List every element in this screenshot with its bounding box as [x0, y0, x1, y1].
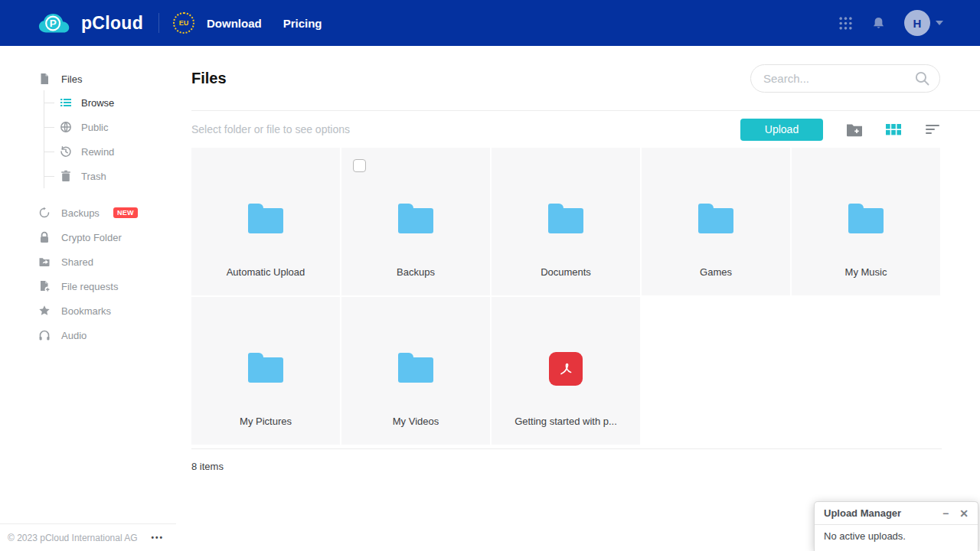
sidebar-item-audio[interactable]: Audio: [0, 323, 176, 347]
sidebar-item-bookmarks[interactable]: Bookmarks: [0, 298, 176, 323]
pdf-file-icon: [549, 352, 583, 386]
sidebar-label: Bookmarks: [61, 305, 111, 317]
sidebar-item-files[interactable]: Files: [0, 67, 176, 90]
top-navbar: P pCloud EU Download Pricing H: [0, 0, 980, 46]
new-folder-icon[interactable]: [846, 122, 863, 137]
folder-icon: [698, 208, 733, 233]
globe-icon: [60, 121, 72, 133]
backup-arrow-icon: [38, 207, 51, 219]
sidebar-label: Backups: [61, 207, 100, 219]
sidebar-item-shared[interactable]: Shared: [0, 249, 176, 274]
folder-icon: [248, 357, 283, 383]
file-item[interactable]: Backups: [341, 148, 490, 295]
svg-text:P: P: [50, 18, 57, 29]
folder-icon: [548, 208, 583, 233]
sidebar-label: Trash: [81, 171, 106, 182]
search-input[interactable]: [750, 64, 940, 93]
toolbar: Select folder or file to see options Upl…: [191, 111, 980, 148]
file-item[interactable]: My Videos: [341, 297, 490, 445]
file-label: Documents: [492, 266, 640, 278]
user-avatar[interactable]: H: [904, 10, 930, 36]
lock-icon: [38, 231, 51, 243]
close-icon[interactable]: ✕: [959, 508, 969, 519]
folder-icon: [248, 208, 283, 233]
minimize-icon[interactable]: −: [942, 508, 949, 519]
search-box: [750, 64, 940, 93]
nav-link-download[interactable]: Download: [207, 17, 262, 30]
sidebar-item-trash[interactable]: Trash: [44, 164, 176, 188]
sidebar-label: Browse: [81, 97, 114, 109]
file-label: My Pictures: [191, 416, 340, 427]
file-label: Backups: [341, 266, 490, 278]
file-item[interactable]: Games: [642, 148, 790, 295]
sidebar-label: File requests: [61, 281, 118, 292]
file-label: Games: [642, 266, 790, 278]
grid-view-icon[interactable]: [886, 124, 902, 135]
trash-icon: [60, 170, 72, 182]
sidebar-label: Shared: [61, 256, 93, 268]
folder-icon: [398, 208, 433, 233]
main-header: Files: [191, 46, 980, 110]
sidebar-item-crypto-folder[interactable]: Crypto Folder: [0, 225, 176, 249]
headphones-icon: [38, 329, 51, 341]
sidebar-label: Audio: [61, 330, 87, 341]
file-item[interactable]: My Music: [792, 148, 940, 295]
file-label: My Videos: [341, 416, 490, 427]
rewind-clock-icon: [60, 145, 72, 158]
file-request-icon: [38, 280, 51, 292]
star-icon: [38, 305, 51, 317]
main-content: Files Select folder or file to see optio…: [176, 46, 980, 551]
sidebar-label: Public: [81, 122, 108, 133]
new-badge: NEW: [113, 207, 138, 218]
folder-icon: [398, 357, 433, 383]
upload-manager-status: No active uploads.: [815, 525, 978, 551]
sort-icon[interactable]: [925, 124, 940, 135]
items-count: 8 items: [191, 461, 980, 472]
pcloud-logo[interactable]: P pCloud: [37, 11, 143, 35]
files-subtree: Browse Public Rewind: [44, 90, 176, 188]
notifications-bell-icon[interactable]: [871, 16, 886, 31]
account-menu[interactable]: H: [904, 10, 943, 36]
file-item[interactable]: My Pictures: [191, 297, 340, 445]
brand-name: pCloud: [81, 13, 143, 34]
navbar-divider: [158, 13, 159, 33]
file-checkbox[interactable]: [353, 159, 366, 172]
file-item[interactable]: Getting started with p...: [492, 297, 640, 445]
file-item[interactable]: Automatic Upload: [191, 148, 340, 295]
document-icon: [38, 73, 51, 85]
footer-more-button[interactable]: •••: [146, 530, 168, 545]
sidebar-label: Crypto Folder: [61, 232, 122, 243]
file-label: My Music: [792, 266, 940, 278]
folder-icon: [848, 208, 884, 233]
search-icon[interactable]: [914, 70, 930, 86]
page-title: Files: [191, 70, 227, 87]
sidebar-footer: © 2023 pCloud International AG •••: [0, 523, 176, 551]
pcloud-cloud-icon: P: [37, 11, 74, 35]
selection-hint: Select folder or file to see options: [191, 123, 350, 135]
upload-manager-panel: Upload Manager − ✕ No active uploads.: [814, 501, 978, 551]
sidebar-item-backups[interactable]: Backups NEW: [0, 201, 176, 225]
copyright-text: © 2023 pCloud International AG: [8, 533, 138, 543]
file-label: Automatic Upload: [191, 266, 340, 278]
sidebar-item-file-requests[interactable]: File requests: [0, 274, 176, 298]
file-grid: Automatic Upload Backups Documents Games…: [191, 148, 942, 449]
eu-region-badge: EU: [173, 12, 194, 34]
upload-manager-title: Upload Manager: [824, 507, 901, 519]
upload-button[interactable]: Upload: [740, 119, 823, 141]
apps-grid-icon[interactable]: [838, 16, 853, 31]
file-item[interactable]: Documents: [492, 148, 640, 295]
chevron-down-icon: [936, 21, 943, 25]
sidebar-item-rewind[interactable]: Rewind: [44, 139, 176, 164]
sidebar-item-browse[interactable]: Browse: [44, 90, 176, 115]
file-label: Getting started with p...: [492, 416, 640, 427]
nav-link-pricing[interactable]: Pricing: [283, 17, 322, 30]
sidebar-item-public[interactable]: Public: [44, 115, 176, 139]
sidebar: Files Browse Public: [0, 46, 176, 551]
upload-manager-header: Upload Manager − ✕: [815, 502, 978, 525]
shared-folder-icon: [38, 256, 51, 268]
sidebar-label: Files: [61, 73, 82, 85]
sidebar-sections: Backups NEW Crypto Folder Shared: [0, 201, 176, 347]
sidebar-label: Rewind: [81, 146, 114, 158]
browse-list-icon: [60, 96, 72, 109]
